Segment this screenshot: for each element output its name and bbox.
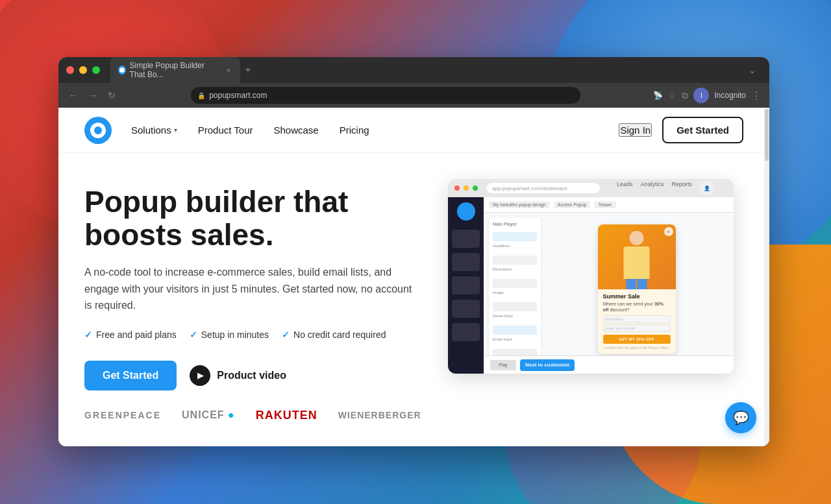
preview-btn: Play: [490, 360, 516, 370]
ss-form-item-2: [493, 232, 537, 241]
hero-left: Popup builder that boosts sales. A no-co…: [84, 186, 422, 422]
tab-close-button[interactable]: ×: [225, 66, 232, 75]
logo-inner: [90, 123, 106, 138]
ss-toolbar-teaser: Teaser: [594, 201, 615, 208]
ss-toolbar-design: My beautiful popup design: [489, 201, 550, 208]
hero-title: Popup builder that boosts sales.: [84, 186, 422, 251]
browser-nav-actions: 📡 ☆ ⧉ I Incognito ⋮: [653, 88, 762, 103]
check-item-1: ✓ Free and paid plans: [84, 330, 177, 340]
ss-nav-analytics: Analytics: [640, 181, 664, 195]
brand-logos: Greenpeace unicef ● Rakuten wienerberger: [84, 390, 422, 422]
screenshot-canvas: Main Player Headlines Description Image …: [484, 213, 734, 374]
forward-button[interactable]: →: [86, 88, 100, 103]
screenshot-main-content: My beautiful popup design Access Popup T…: [448, 197, 734, 374]
lock-icon: 🔒: [197, 92, 205, 99]
check-label-3: No credit card required: [293, 330, 386, 340]
traffic-light-red[interactable]: [66, 66, 74, 74]
check-label-1: Free and paid plans: [96, 330, 177, 340]
browser-options-icon[interactable]: ⋮: [751, 90, 762, 102]
nav-pricing[interactable]: Pricing: [340, 125, 369, 136]
site-logo[interactable]: [84, 117, 112, 144]
nav-solutions[interactable]: Solutions ▾: [131, 125, 177, 136]
url-text: popupsmart.com: [209, 91, 267, 100]
ss-form-item-10: [493, 326, 537, 335]
screenshot-sidebar-items: [448, 226, 484, 345]
popup-cta-btn: GET MY 30% OFF: [603, 335, 671, 344]
checkmark-icon-2: ✓: [190, 330, 197, 340]
product-screenshot: app.popupsmart.com/dashboard Leads Analy…: [448, 179, 734, 374]
brand-unicef: unicef ●: [182, 409, 235, 421]
chat-icon: 💬: [733, 410, 749, 426]
sign-in-button[interactable]: Sign In: [619, 123, 652, 137]
window-icon[interactable]: ⧉: [682, 90, 688, 101]
screenshot-popup-card: Summer Sale Where can we send your 30% o…: [598, 224, 676, 354]
screenshot-main-canvas: My beautiful popup design Access Popup T…: [484, 197, 734, 374]
get-started-nav-button[interactable]: Get Started: [662, 117, 743, 143]
ss-form-item-8: [493, 302, 537, 311]
hero-checks: ✓ Free and paid plans ✓ Setup in minutes…: [84, 330, 422, 340]
product-video-button[interactable]: ▶ Product video: [190, 365, 286, 386]
screenshot-bottom-bar: Play Next to customize: [484, 355, 734, 374]
ss-sidebar-item-4: [452, 300, 480, 318]
bookmark-icon[interactable]: ☆: [668, 90, 676, 101]
popup-card-content: Summer Sale Where can we send your 30% o…: [598, 289, 676, 354]
checkmark-icon-1: ✓: [84, 330, 92, 340]
screenshot-browser-bar: app.popupsmart.com/dashboard Leads Analy…: [448, 179, 734, 197]
traffic-light-yellow[interactable]: [79, 66, 87, 74]
ss-dot-red: [454, 186, 460, 191]
hero-subtitle: A no-code tool to increase e-commerce sa…: [84, 264, 422, 314]
ss-nav-reports: Reports: [671, 181, 692, 195]
profile-button[interactable]: I: [693, 88, 709, 103]
new-tab-button[interactable]: +: [240, 62, 256, 78]
ss-form-item-9: Name Input: [493, 314, 537, 323]
hero-right: app.popupsmart.com/dashboard Leads Analy…: [448, 179, 734, 374]
popup-person-figure: [619, 231, 654, 289]
popup-card-text: Where can we send your 30% off discount?: [603, 301, 671, 313]
nav-actions-right: Sign In Get Started: [619, 117, 743, 143]
ss-form-item-4: [493, 256, 537, 265]
check-item-2: ✓ Setup in minutes: [190, 330, 269, 340]
ss-form-item-1: Main Player: [493, 222, 537, 231]
address-bar[interactable]: 🔒 popupsmart.com: [191, 87, 580, 104]
check-item-3: ✓ No credit card required: [282, 330, 386, 340]
tab-title: Simple Popup Builder That Bo...: [130, 61, 221, 79]
screenshot-preview-controls: Play Next to customize: [490, 359, 575, 371]
popup-card-close-icon: ×: [664, 227, 673, 236]
ss-form-item-11: Email Input: [493, 337, 537, 346]
site-navigation: Solutions ▾ Product Tour Showcase Pricin…: [58, 108, 769, 153]
back-button[interactable]: ←: [66, 88, 81, 103]
ss-dot-green: [473, 186, 478, 191]
check-label-2: Setup in minutes: [201, 330, 269, 340]
screenshot-form-panel: Main Player Headlines Description Image …: [489, 218, 541, 374]
browser-scrollbar[interactable]: [764, 108, 769, 446]
product-video-label: Product video: [217, 370, 286, 381]
scrollbar-thumb: [765, 109, 769, 161]
nav-product-tour[interactable]: Product Tour: [198, 125, 253, 136]
nav-showcase[interactable]: Showcase: [274, 125, 319, 136]
browser-tab[interactable]: Simple Popup Builder That Bo... ×: [110, 57, 240, 83]
play-icon: ▶: [190, 365, 210, 386]
ss-toolbar-access: Access Popup: [554, 201, 591, 208]
traffic-light-green[interactable]: [92, 66, 100, 74]
browser-menu-button[interactable]: ⌄: [743, 65, 762, 75]
cast-icon: 📡: [653, 91, 663, 100]
ss-form-item-7: Image: [493, 291, 537, 300]
brand-rakuten: Rakuten: [256, 409, 317, 422]
ss-nav-items: Leads Analytics Reports 👤: [604, 181, 727, 195]
screenshot-sidebar-logo: [457, 202, 475, 221]
screenshot-toolbar: My beautiful popup design Access Popup T…: [484, 197, 734, 213]
screenshot-popup-preview-area: Summer Sale Where can we send your 30% o…: [545, 218, 728, 374]
tab-favicon: [118, 66, 126, 75]
browser-window: Simple Popup Builder That Bo... × + ⌄ ← …: [58, 57, 769, 446]
tab-favicon-inner: [119, 67, 125, 73]
checkmark-icon-3: ✓: [282, 330, 290, 340]
ss-sidebar-item-3: [452, 276, 480, 294]
browser-nav-bar: ← → ↻ 🔒 popupsmart.com 📡 ☆ ⧉ I Incognito…: [58, 83, 769, 108]
popup-input-name: Full Name: [603, 315, 671, 323]
next-to-customize-btn[interactable]: Next to customize: [520, 359, 575, 371]
hero-section: Popup builder that boosts sales. A no-co…: [58, 153, 769, 442]
reload-button[interactable]: ↻: [105, 88, 118, 103]
ss-sidebar-item-5: [452, 323, 480, 341]
get-started-hero-button[interactable]: Get Started: [84, 361, 177, 390]
chat-widget-button[interactable]: 💬: [725, 402, 756, 433]
